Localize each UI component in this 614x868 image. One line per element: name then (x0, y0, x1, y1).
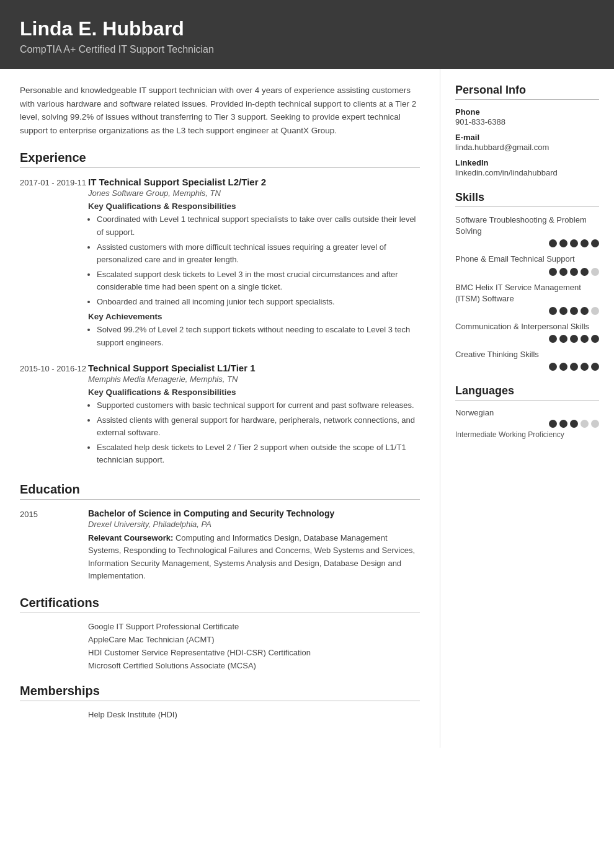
edu-coursework: Relevant Coursework: Computing and Infor… (88, 532, 420, 582)
membership-indent (20, 710, 88, 719)
qualification-bullet: Coordinated with Level 1 technical suppo… (97, 213, 420, 238)
skill-dot-filled (559, 307, 567, 315)
skill-dot-filled (581, 239, 589, 247)
candidate-title: CompTIA A+ Certified IT Support Technici… (20, 44, 594, 55)
skill-dot-filled (591, 335, 599, 343)
skill-dot-filled (591, 363, 599, 371)
education-item: 2015 Bachelor of Science in Computing an… (20, 508, 420, 582)
linkedin-label: LinkedIn (455, 158, 599, 167)
language-item: Norwegian Intermediate Working Proficien… (455, 408, 599, 439)
skills-divider (455, 206, 599, 207)
language-dots (455, 420, 599, 428)
skill-dot-filled (570, 307, 578, 315)
candidate-name: Linda E. Hubbard (20, 17, 594, 40)
skill-item: Software Troubleshooting & Problem Solvi… (455, 215, 599, 247)
edu-body: Bachelor of Science in Computing and Sec… (88, 508, 420, 582)
memberships-divider (20, 701, 420, 701)
edu-degree: Bachelor of Science in Computing and Sec… (88, 508, 420, 518)
cert-text: HDI Customer Service Representative (HDI… (88, 648, 311, 657)
skill-dots (455, 239, 599, 247)
phone-info: Phone 901-833-6388 (455, 107, 599, 126)
experience-list: 2017-01 - 2019-11 IT Technical Support S… (20, 177, 420, 469)
exp-company: Jones Software Group, Memphis, TN (88, 188, 420, 198)
cert-text: Microsoft Certified Solutions Associate … (88, 661, 256, 670)
skill-name: Communication & Interpersonal Skills (455, 321, 599, 332)
edu-year: 2015 (20, 508, 88, 582)
personal-info-divider (455, 99, 599, 100)
memberships-list: Help Desk Institute (HDI) (20, 710, 420, 719)
qualification-bullet: Assisted clients with general support fo… (97, 414, 420, 439)
lang-dot-filled (559, 420, 567, 428)
memberships-title: Memberships (20, 684, 420, 698)
skill-name: Creative Thinking Skills (455, 349, 599, 360)
certifications-section: Certifications Google IT Support Profess… (20, 596, 420, 670)
linkedin-info: LinkedIn linkedin.com/in/lindahubbard (455, 158, 599, 177)
main-column: Personable and knowledgeable IT support … (0, 69, 440, 748)
experience-item: 2015-10 - 2016-12 Technical Support Spec… (20, 363, 420, 469)
resume-header: Linda E. Hubbard CompTIA A+ Certified IT… (0, 0, 614, 69)
sidebar: Personal Info Phone 901-833-6388 E-mail … (440, 69, 614, 748)
email-label: E-mail (455, 133, 599, 142)
certifications-divider (20, 613, 420, 613)
qualification-bullet: Onboarded and trained all incoming junio… (97, 296, 420, 308)
exp-job-title: Technical Support Specialist L1/Tier 1 (88, 363, 420, 373)
skill-item: Creative Thinking Skills (455, 349, 599, 371)
certifications-list: Google IT Support Professional Certifica… (20, 622, 420, 670)
skills-section: Skills Software Troubleshooting & Proble… (455, 191, 599, 371)
skill-item: BMC Helix IT Service Management (ITSM) S… (455, 282, 599, 315)
content-area: Personable and knowledgeable IT support … (0, 69, 614, 748)
skill-dot-empty (591, 268, 599, 276)
achievements-list: Solved 99.2% of Level 2 tech support tic… (88, 324, 420, 348)
coursework-label: Relevant Coursework: (88, 533, 173, 542)
qualification-bullet: Escalated help desk tickets to Level 2 /… (97, 441, 420, 466)
membership-text: Help Desk Institute (HDI) (88, 710, 177, 719)
phone-value: 901-833-6388 (455, 117, 599, 126)
skill-dot-filled (549, 307, 557, 315)
cert-indent (20, 648, 88, 657)
certification-item: Google IT Support Professional Certifica… (20, 622, 420, 631)
skill-dot-empty (591, 307, 599, 315)
lang-dot-filled (549, 420, 557, 428)
languages-section: Languages Norwegian Intermediate Working… (455, 384, 599, 439)
skill-dot-filled (570, 363, 578, 371)
certification-item: Microsoft Certified Solutions Associate … (20, 661, 420, 670)
lang-dot-empty (591, 420, 599, 428)
lang-dot-empty (581, 420, 589, 428)
qualifications-subtitle: Key Qualifications & Responsibilities (88, 388, 420, 397)
skill-dot-filled (581, 363, 589, 371)
certification-item: HDI Customer Service Representative (HDI… (20, 648, 420, 657)
lang-dot-filled (570, 420, 578, 428)
experience-section: Experience 2017-01 - 2019-11 IT Technica… (20, 151, 420, 469)
skill-dot-filled (559, 268, 567, 276)
exp-job-title: IT Technical Support Specialist L2/Tier … (88, 177, 420, 187)
skill-dot-filled (570, 268, 578, 276)
skill-dot-filled (581, 335, 589, 343)
experience-item: 2017-01 - 2019-11 IT Technical Support S… (20, 177, 420, 351)
skill-dot-filled (581, 268, 589, 276)
edu-school: Drexel University, Philadelphia, PA (88, 520, 420, 529)
skill-dot-filled (549, 239, 557, 247)
cert-indent (20, 635, 88, 644)
skill-name: BMC Helix IT Service Management (ITSM) S… (455, 282, 599, 304)
phone-label: Phone (455, 107, 599, 117)
cert-indent (20, 661, 88, 670)
achievements-subtitle: Key Achievements (88, 312, 420, 321)
qualification-bullet: Assisted customers with more difficult t… (97, 241, 420, 266)
qualification-bullet: Escalated support desk tickets to Level … (97, 268, 420, 293)
languages-divider (455, 400, 599, 401)
exp-body: Technical Support Specialist L1/Tier 1 M… (88, 363, 420, 469)
skill-dot-filled (559, 363, 567, 371)
skill-dots (455, 268, 599, 276)
email-value: linda.hubbard@gmail.com (455, 143, 599, 152)
exp-body: IT Technical Support Specialist L2/Tier … (88, 177, 420, 351)
memberships-section: Memberships Help Desk Institute (HDI) (20, 684, 420, 719)
summary-text: Personable and knowledgeable IT support … (20, 84, 420, 137)
skill-dot-filled (570, 335, 578, 343)
skill-dot-filled (549, 363, 557, 371)
skill-dot-filled (591, 239, 599, 247)
exp-dates: 2015-10 - 2016-12 (20, 363, 88, 469)
education-section: Education 2015 Bachelor of Science in Co… (20, 482, 420, 582)
certifications-title: Certifications (20, 596, 420, 610)
skill-name: Phone & Email Technical Support (455, 254, 599, 265)
membership-item: Help Desk Institute (HDI) (20, 710, 420, 719)
